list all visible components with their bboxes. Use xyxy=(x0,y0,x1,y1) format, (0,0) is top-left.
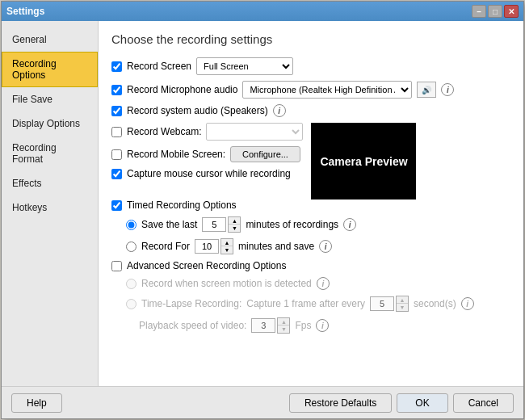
timelapse-up-btn[interactable]: ▲ xyxy=(397,296,408,304)
record-for-spin-buttons: ▲ ▼ xyxy=(220,238,233,254)
title-bar: Settings – □ ✕ xyxy=(2,2,523,21)
playback-input[interactable] xyxy=(251,318,275,333)
window-title: Settings xyxy=(6,6,44,17)
record-mobile-checkbox[interactable] xyxy=(111,149,122,160)
motion-detect-radio[interactable] xyxy=(126,279,136,289)
sidebar-item-recording-options[interactable]: Recording Options xyxy=(2,52,98,87)
restore-defaults-button[interactable]: Restore Defaults xyxy=(289,393,392,413)
maximize-button[interactable]: □ xyxy=(488,5,502,18)
advanced-recording-checkbox[interactable] xyxy=(111,261,122,271)
timelapse-spinner: ▲ ▼ xyxy=(370,296,409,312)
record-webcam-label: Record Webcam: xyxy=(127,126,201,137)
playback-down-btn[interactable]: ▼ xyxy=(278,326,289,333)
camera-preview: Camera Preview xyxy=(311,123,416,200)
save-last-spinner: ▲ ▼ xyxy=(202,216,241,233)
timelapse-radio[interactable] xyxy=(126,299,136,309)
settings-window: Settings – □ ✕ General Recording Options… xyxy=(1,1,524,419)
record-for-down-btn[interactable]: ▼ xyxy=(221,246,233,254)
save-last-down-btn[interactable]: ▼ xyxy=(229,225,240,232)
motion-detect-label: Record when screen motion is detected xyxy=(141,278,312,289)
record-for-up-btn[interactable]: ▲ xyxy=(221,239,233,246)
save-last-input[interactable] xyxy=(202,217,226,232)
record-for-row: Record For ▲ ▼ minutes and save i xyxy=(126,238,510,254)
capture-mouse-row: Capture mouse cursor while recording xyxy=(111,168,303,179)
record-webcam-row: Record Webcam: xyxy=(111,123,303,141)
timelapse-row: Time-Lapse Recording: Capture 1 frame af… xyxy=(126,296,510,312)
sidebar-item-hotkeys[interactable]: Hotkeys xyxy=(2,195,98,220)
playback-spinner: ▲ ▼ xyxy=(251,317,290,334)
record-screen-select[interactable]: Full Screen Window Region xyxy=(196,57,293,75)
sidebar-item-general[interactable]: General xyxy=(2,27,98,52)
volume-icon[interactable]: 🔊 xyxy=(417,82,436,98)
record-for-label2: minutes and save xyxy=(238,241,314,252)
advanced-recording-row: Advanced Screen Recording Options xyxy=(111,260,510,271)
timelapse-info-icon[interactable]: i xyxy=(461,297,474,310)
sidebar-item-effects[interactable]: Effects xyxy=(2,171,98,195)
record-screen-row: Record Screen Full Screen Window Region xyxy=(111,57,510,75)
save-last-up-btn[interactable]: ▲ xyxy=(229,217,240,225)
record-for-label1: Record For xyxy=(141,241,190,252)
timelapse-label2: Capture 1 frame after every xyxy=(246,298,365,309)
record-mic-select[interactable]: Microphone (Realtek High Definition Audi… xyxy=(242,81,412,99)
webcam-mobile-area: Record Webcam: Record Mobile Screen: Con… xyxy=(111,123,303,185)
ok-button[interactable]: OK xyxy=(397,393,447,413)
advanced-recording-label: Advanced Screen Recording Options xyxy=(127,260,286,271)
close-button[interactable]: ✕ xyxy=(504,5,519,18)
main-content: General Recording Options File Save Disp… xyxy=(2,21,523,386)
record-for-info-icon[interactable]: i xyxy=(319,240,332,253)
save-last-label2: minutes of recordings xyxy=(246,219,338,230)
webcam-camera-area: Record Webcam: Record Mobile Screen: Con… xyxy=(111,123,510,200)
sidebar-item-recording-format[interactable]: Recording Format xyxy=(2,136,98,171)
record-screen-checkbox[interactable] xyxy=(111,61,122,72)
bottom-right-buttons: Restore Defaults OK Cancel xyxy=(289,393,514,413)
playback-spin-buttons: ▲ ▼ xyxy=(277,317,290,334)
record-webcam-checkbox[interactable] xyxy=(111,127,122,137)
configure-button[interactable]: Configure... xyxy=(230,146,300,162)
record-mic-checkbox[interactable] xyxy=(111,85,122,95)
record-system-audio-label: Record system audio (Speakers) xyxy=(127,105,268,116)
timelapse-input[interactable] xyxy=(370,296,394,311)
bottom-bar: Help Restore Defaults OK Cancel xyxy=(2,386,523,418)
mic-info-icon[interactable]: i xyxy=(441,83,454,96)
timed-recording-row: Timed Recording Options xyxy=(111,200,510,211)
timelapse-unit: second(s) xyxy=(414,298,456,309)
timed-recording-checkbox[interactable] xyxy=(111,200,122,211)
record-for-input[interactable] xyxy=(195,239,219,254)
motion-detect-row: Record when screen motion is detected i xyxy=(126,277,510,290)
record-for-spinner: ▲ ▼ xyxy=(195,238,233,254)
save-last-radio[interactable] xyxy=(126,220,136,230)
record-for-radio[interactable] xyxy=(126,242,136,252)
record-webcam-select[interactable] xyxy=(206,123,303,141)
playback-up-btn[interactable]: ▲ xyxy=(278,318,289,326)
system-audio-info-icon[interactable]: i xyxy=(273,104,286,117)
minimize-button[interactable]: – xyxy=(472,5,486,18)
capture-mouse-checkbox[interactable] xyxy=(111,169,122,179)
sidebar-item-display-options[interactable]: Display Options xyxy=(2,111,98,136)
record-system-audio-row: Record system audio (Speakers) i xyxy=(111,104,510,117)
timed-recording-options: Save the last ▲ ▼ minutes of recordings … xyxy=(126,216,510,254)
record-system-audio-checkbox[interactable] xyxy=(111,106,122,116)
motion-detect-info-icon[interactable]: i xyxy=(317,277,330,290)
playback-info-icon[interactable]: i xyxy=(316,319,329,332)
timelapse-spin-buttons: ▲ ▼ xyxy=(396,296,409,312)
record-mic-label: Record Microphone audio xyxy=(127,84,237,95)
advanced-recording-options: Record when screen motion is detected i … xyxy=(126,277,510,334)
save-last-label1: Save the last xyxy=(141,219,197,230)
record-mic-row: Record Microphone audio Microphone (Real… xyxy=(111,81,510,99)
save-last-spin-buttons: ▲ ▼ xyxy=(228,216,241,233)
playback-unit: Fps xyxy=(295,320,311,331)
title-bar-buttons: – □ ✕ xyxy=(472,5,519,18)
sidebar-item-file-save[interactable]: File Save xyxy=(2,87,98,111)
capture-mouse-label: Capture mouse cursor while recording xyxy=(127,168,291,179)
record-mobile-label: Record Mobile Screen: xyxy=(127,149,225,160)
help-button[interactable]: Help xyxy=(11,393,62,413)
record-screen-label: Record Screen xyxy=(127,61,191,72)
playback-label: Playback speed of video: xyxy=(139,320,246,331)
panel-title: Choose the recording settings xyxy=(111,32,510,46)
timed-recording-label: Timed Recording Options xyxy=(127,200,237,211)
save-last-info-icon[interactable]: i xyxy=(343,218,356,231)
cancel-button[interactable]: Cancel xyxy=(453,393,514,413)
panel: Choose the recording settings Record Scr… xyxy=(99,21,523,386)
timelapse-down-btn[interactable]: ▼ xyxy=(397,304,408,311)
playback-row: Playback speed of video: ▲ ▼ Fps i xyxy=(126,317,510,334)
